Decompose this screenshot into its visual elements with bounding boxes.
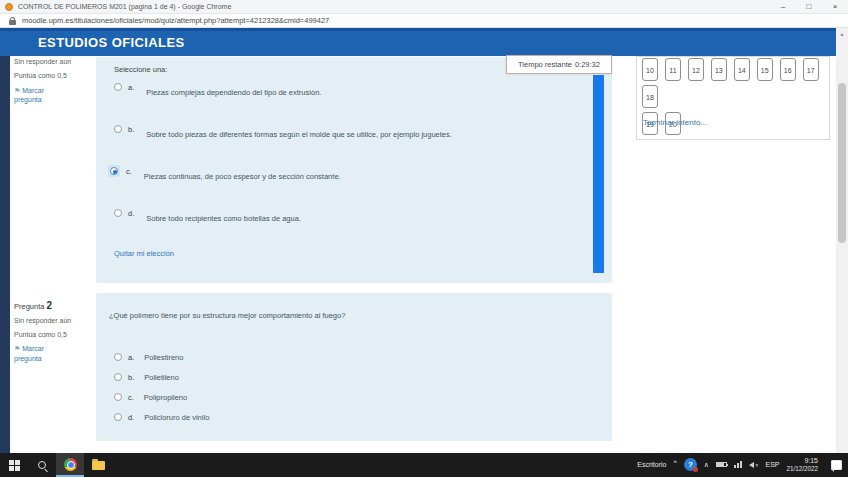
question1-option-b[interactable]: b. Sobre todo piezas de diferentes forma… [114, 125, 452, 134]
option-letter: a. [128, 83, 134, 92]
question2-option-c[interactable]: c. Polipropileno [114, 393, 187, 402]
option-text: Poliestireno [144, 353, 183, 362]
radio-d-icon[interactable] [114, 209, 122, 217]
clock-time: 9:15 [786, 457, 818, 466]
quiz-nav-button-17[interactable]: 17 [803, 58, 819, 81]
question2-option-b[interactable]: b. Polietileno [114, 373, 179, 382]
question-number-value: 2 [47, 300, 53, 311]
question1-prompt: Seleccione una: [114, 65, 167, 74]
search-icon [38, 461, 46, 469]
clear-choice-link[interactable]: Quitar mi elección [114, 249, 174, 258]
taskbar-chrome-button[interactable] [56, 453, 84, 477]
url-text[interactable]: moodle.upm.es/titulaciones/oficiales/mod… [22, 16, 329, 25]
question-number-label: Pregunta [14, 302, 44, 311]
scrollbar-thumb[interactable] [838, 83, 846, 243]
moodle-favicon-icon [5, 3, 13, 11]
quiz-timer: Tiempo restante 0:29:32 [506, 55, 612, 74]
battery-icon[interactable] [716, 462, 727, 467]
start-button[interactable] [0, 453, 28, 477]
taskbar-search-button[interactable] [28, 453, 56, 477]
lock-icon [9, 17, 16, 25]
screen: CONTROL DE POLIMEROS M201 (pagina 1 de 4… [0, 0, 848, 477]
tray-expand-icon[interactable]: ∧ [704, 461, 709, 469]
question2-box: ¿Qué polímero tiene por su estructura me… [96, 293, 612, 441]
question1-option-c[interactable]: c. Piezas continuas, de poco espesor y d… [110, 167, 341, 177]
overflow-chevron-icon[interactable]: » [673, 458, 676, 464]
flag-icon: ⚑ [14, 345, 20, 352]
question1-box: Seleccione una: a. Piezas complejas depe… [96, 57, 612, 283]
site-header: ESTUDIOS OFICIALES [0, 28, 836, 56]
radio-b-icon[interactable] [114, 373, 122, 381]
option-text: Polipropileno [144, 393, 187, 402]
radio-c-highlight [108, 165, 120, 177]
clock-date: 21/12/2022 [786, 465, 818, 473]
browser-urlbar[interactable]: moodle.upm.es/titulaciones/oficiales/mod… [0, 14, 848, 28]
option-text: Sobre todo recipientes como botellas de … [146, 214, 301, 223]
option-letter: d. [128, 413, 134, 422]
question2-info: Pregunta 2 Sin responder aún Puntúa como… [14, 299, 90, 363]
folder-icon [92, 461, 105, 470]
question-scrollbar-highlight[interactable] [593, 75, 604, 273]
radio-b-icon[interactable] [114, 125, 122, 133]
question1-info: Sin responder aún Puntúa como 0,5 ⚑Marca… [14, 57, 90, 105]
quiz-nav-button-10[interactable]: 10 [642, 58, 658, 81]
question1-status: Sin responder aún [14, 57, 74, 66]
chrome-icon [64, 458, 77, 471]
timer-value: 0:29:32 [575, 60, 600, 69]
taskbar-explorer-button[interactable] [84, 453, 112, 477]
timer-label: Tiempo restante [518, 60, 572, 69]
radio-a-icon[interactable] [114, 83, 122, 91]
minimize-icon[interactable]: – [770, 0, 796, 13]
option-letter: b. [128, 125, 134, 134]
question2-status: Sin responder aún [14, 316, 74, 325]
question2-points: Puntúa como 0,5 [14, 330, 74, 339]
question1-flag-link[interactable]: ⚑Marcar pregunta [14, 86, 62, 105]
question2-flag-link[interactable]: ⚑Marcar pregunta [14, 344, 62, 363]
taskbar-clock[interactable]: 9:15 21/12/2022 [786, 457, 818, 474]
windows-taskbar: Escritorio » ? ∧ × ESP 9:15 21/12/2022 [0, 453, 848, 477]
window-title: CONTROL DE POLIMEROS M201 (pagina 1 de 4… [18, 3, 231, 10]
radio-c-selected-icon[interactable] [110, 167, 118, 175]
moodle-page: ESTUDIOS OFICIALES Sin responder aún Pun… [0, 28, 848, 453]
question1-points: Puntúa como 0,5 [14, 71, 74, 80]
close-icon[interactable]: × [822, 0, 848, 13]
system-tray: Escritorio » ? ∧ × ESP 9:15 21/12/2022 [637, 457, 848, 474]
option-letter: c. [128, 393, 134, 402]
browser-scrollbar[interactable]: ▲ [836, 28, 848, 453]
language-indicator[interactable]: ESP [765, 461, 779, 468]
question2-number: Pregunta 2 [14, 299, 90, 313]
option-text: Piezas complejas dependiendo del tipo de… [146, 88, 321, 97]
browser-titlebar: CONTROL DE POLIMEROS M201 (pagina 1 de 4… [0, 0, 848, 14]
option-letter: d. [128, 209, 134, 218]
quiz-nav-button-16[interactable]: 16 [780, 58, 796, 81]
quiz-nav-button-12[interactable]: 12 [688, 58, 704, 81]
quiz-nav-button-13[interactable]: 13 [711, 58, 727, 81]
network-icon[interactable] [734, 461, 742, 468]
quiz-nav-button-15[interactable]: 15 [757, 58, 773, 81]
windows-logo-icon [9, 460, 20, 471]
question1-option-d[interactable]: d. Sobre todo recipientes como botellas … [114, 209, 301, 218]
flag-icon: ⚑ [14, 87, 20, 94]
option-text: Sobre todo piezas de diferentes formas s… [146, 130, 452, 139]
site-title: ESTUDIOS OFICIALES [38, 35, 185, 50]
question2-option-a[interactable]: a. Poliestireno [114, 353, 183, 362]
maximize-icon[interactable]: □ [796, 0, 822, 13]
volume-muted-icon[interactable]: × [749, 462, 759, 468]
quiz-nav-button-18[interactable]: 18 [642, 85, 658, 108]
question1-option-a[interactable]: a. Piezas complejas dependiendo del tipo… [114, 83, 321, 92]
action-center-icon[interactable] [831, 460, 842, 470]
finish-attempt-link[interactable]: Terminar intento... [643, 118, 707, 127]
question2-option-d[interactable]: d. Policloruro de vinilo [114, 413, 209, 422]
help-notification-icon[interactable]: ? [684, 458, 697, 471]
radio-a-icon[interactable] [114, 353, 122, 361]
option-letter: a. [128, 353, 134, 362]
radio-d-icon[interactable] [114, 413, 122, 421]
option-letter: c. [126, 167, 132, 176]
scroll-up-icon[interactable]: ▲ [836, 28, 848, 37]
quiz-nav-button-11[interactable]: 11 [665, 58, 681, 81]
quiz-nav-button-14[interactable]: 14 [734, 58, 750, 81]
radio-c-icon[interactable] [114, 393, 122, 401]
quiz-navigation-panel: 10 11 12 13 14 15 16 17 18 19 20 Termina… [636, 56, 830, 140]
option-letter: b. [128, 373, 134, 382]
desktop-label[interactable]: Escritorio [637, 461, 666, 468]
